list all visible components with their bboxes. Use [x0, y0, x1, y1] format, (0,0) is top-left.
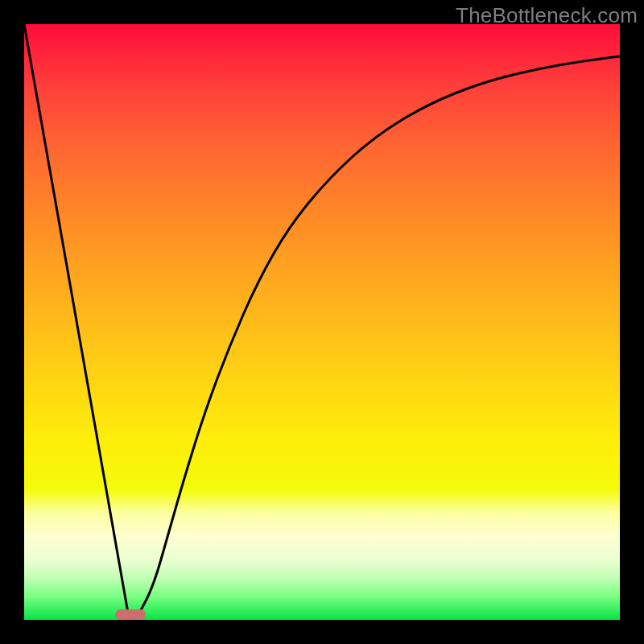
watermark-text: TheBottleneck.com [456, 3, 638, 28]
bottleneck-curve [24, 24, 620, 620]
optimal-marker [115, 609, 146, 620]
chart-frame: TheBottleneck.com [0, 0, 644, 644]
plot-area [24, 24, 620, 620]
